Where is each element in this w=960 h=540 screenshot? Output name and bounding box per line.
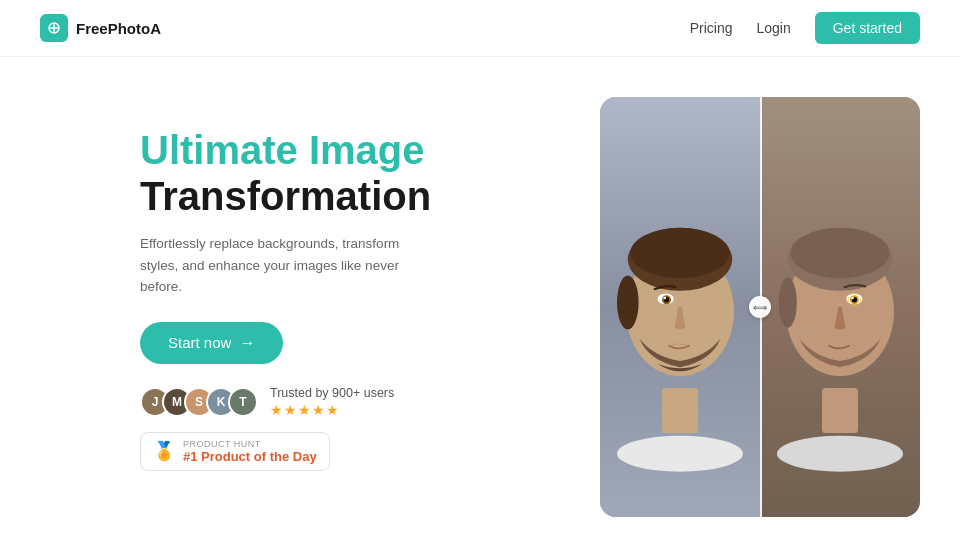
avatar-stack: J M S K T [140, 387, 258, 417]
hero-title-colored: Ultimate Image [140, 128, 425, 172]
start-btn-arrow: → [239, 334, 255, 352]
svg-point-18 [791, 228, 890, 278]
divider-arrows-icon: ⟺ [753, 302, 767, 313]
svg-point-8 [617, 276, 639, 330]
hero-title-black: Transformation [140, 174, 431, 218]
trust-text-area: Trusted by 900+ users ★★★★★ [270, 386, 394, 418]
product-hunt-badge: 🏅 PRODUCT HUNT #1 Product of the Day [140, 432, 330, 471]
navbar: FreePhotoA Pricing Login Get started [0, 0, 960, 57]
bottom-section: Face Style Transfer Transfer Your Face P… [0, 517, 960, 540]
face-left [600, 97, 760, 517]
logo-text: FreePhotoA [76, 20, 161, 37]
get-started-button[interactable]: Get started [815, 12, 920, 44]
svg-point-23 [851, 297, 854, 300]
trust-text: Trusted by 900+ users [270, 386, 394, 400]
svg-point-12 [663, 297, 666, 300]
ph-label: PRODUCT HUNT [183, 439, 317, 449]
ph-text-area: PRODUCT HUNT #1 Product of the Day [183, 439, 317, 464]
hero-left: Ultimate Image Transformation Effortless… [140, 97, 480, 471]
svg-rect-3 [662, 388, 698, 433]
avatar: T [228, 387, 258, 417]
start-btn-label: Start now [168, 334, 231, 351]
hero-subtitle: Effortlessly replace backgrounds, transf… [140, 233, 420, 298]
hero-title: Ultimate Image Transformation [140, 127, 480, 219]
logo-icon [40, 14, 68, 42]
svg-point-13 [640, 313, 662, 327]
pricing-link[interactable]: Pricing [690, 20, 733, 36]
comparison-handle[interactable]: ⟺ [749, 296, 771, 318]
login-link[interactable]: Login [756, 20, 790, 36]
start-now-button[interactable]: Start now → [140, 322, 283, 364]
svg-point-15 [777, 436, 903, 472]
svg-point-19 [779, 277, 797, 327]
nav-links: Pricing Login Get started [690, 12, 920, 44]
logo[interactable]: FreePhotoA [40, 14, 161, 42]
svg-point-4 [617, 436, 743, 472]
hero-image-area: ⟺ [520, 97, 920, 517]
face-comparison: ⟺ [600, 97, 920, 517]
ph-rank: #1 Product of the Day [183, 449, 317, 464]
star-rating: ★★★★★ [270, 402, 394, 418]
svg-rect-14 [822, 388, 858, 433]
svg-point-7 [631, 228, 730, 278]
medal-icon: 🏅 [153, 440, 175, 462]
trust-section: J M S K T Trusted by 900+ users ★★★★★ [140, 386, 480, 418]
face-right [760, 97, 920, 517]
hero-section: Ultimate Image Transformation Effortless… [0, 57, 960, 517]
